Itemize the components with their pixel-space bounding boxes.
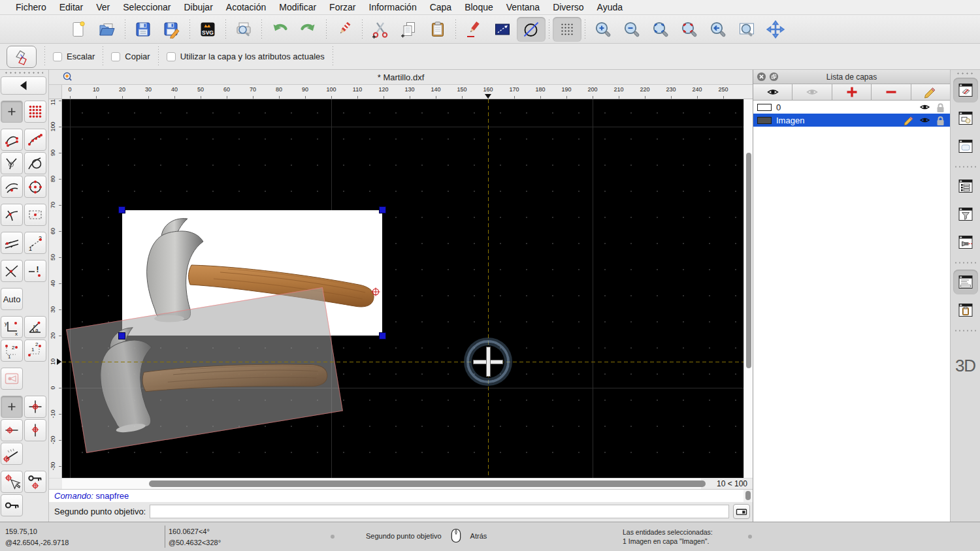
property-editor-panel-button[interactable]: [953, 174, 978, 198]
snap-auto-button[interactable]: [1, 232, 23, 254]
lock-relative-zero-button[interactable]: [24, 471, 46, 493]
save-document-button[interactable]: [129, 17, 157, 42]
coordinate-polar-button[interactable]: ra: [24, 316, 46, 338]
projection-panel-panel-button[interactable]: [953, 230, 978, 255]
layer-row-0[interactable]: 0: [753, 101, 950, 114]
restrict-off-button[interactable]: [1, 396, 23, 418]
save-document-as-button[interactable]: [157, 17, 186, 42]
layer-list-panel-button[interactable]: [953, 78, 978, 102]
block-list-panel-button[interactable]: [953, 106, 978, 131]
relative-zero-key-button[interactable]: [1, 494, 23, 516]
vertical-scrollbar[interactable]: [743, 99, 753, 478]
zoom-in-button[interactable]: [589, 17, 617, 42]
layer-lock-icon[interactable]: [935, 102, 946, 113]
svg-export-button[interactable]: SVG: [193, 17, 222, 42]
redo-button[interactable]: [294, 17, 323, 42]
relative-polar-button[interactable]: 12: [24, 339, 46, 362]
edit-pencil-button[interactable]: [459, 17, 488, 42]
auto-zoom-button[interactable]: [646, 17, 675, 42]
print-preview-button[interactable]: [229, 17, 258, 42]
drawing-canvas[interactable]: [62, 99, 743, 478]
exclusive-snap-button[interactable]: [1, 368, 23, 390]
checkbox-escalar[interactable]: Escalar: [53, 52, 95, 61]
undo-button[interactable]: [265, 17, 294, 42]
snap-auto-toggle-button[interactable]: Auto: [1, 288, 23, 310]
paste-button[interactable]: [423, 17, 452, 42]
view-panel-panel-button[interactable]: [953, 134, 978, 159]
menu-diverso[interactable]: Diverso: [546, 2, 590, 12]
vertical-scrollbar-thumb[interactable]: [746, 153, 751, 368]
restrict-horizontal-button[interactable]: [1, 419, 23, 441]
checkbox-utilizar-la-capa-y-los-atributos-actuales[interactable]: Utilizar la capa y los atributos actuale…: [167, 52, 325, 61]
layer-lock-icon[interactable]: [935, 115, 946, 126]
restrict-angle-button[interactable]: [1, 443, 23, 465]
snap-distances-button[interactable]: 12: [24, 232, 46, 254]
command-panel-toggle-button[interactable]: [733, 504, 750, 519]
horizontal-scrollbar-thumb[interactable]: [149, 480, 706, 487]
snap-grid-button[interactable]: [24, 101, 46, 123]
selection-handle-bottom-right[interactable]: [379, 332, 386, 339]
grid-toggle-button[interactable]: [553, 17, 581, 42]
snap-reference-button[interactable]: [24, 204, 46, 226]
set-relative-zero-button[interactable]: [1, 471, 23, 493]
add-layer-button[interactable]: [832, 84, 872, 100]
snap-intersection-manual-button[interactable]: !: [24, 260, 46, 282]
snap-endpoints-button[interactable]: [1, 129, 23, 151]
layer-visibility-eye-icon[interactable]: [919, 102, 930, 112]
menu-fichero[interactable]: Fichero: [9, 2, 53, 12]
edit-layer-button[interactable]: [911, 84, 950, 100]
new-document-button[interactable]: [64, 17, 93, 42]
menu-editar[interactable]: Editar: [53, 2, 90, 12]
zoom-selection-button[interactable]: [675, 17, 704, 42]
snap-free-button[interactable]: [1, 101, 23, 123]
menu-seleccionar[interactable]: Seleccionar: [116, 2, 177, 12]
menu-bloque[interactable]: Bloque: [458, 2, 500, 12]
snap-middle-button[interactable]: [1, 176, 23, 198]
snap-perpendicular-button[interactable]: [1, 152, 23, 174]
restrict-orthogonal-button[interactable]: [24, 396, 46, 418]
menu-informaci-n[interactable]: Información: [363, 2, 423, 12]
horizontal-scrollbar[interactable]: [62, 479, 701, 489]
open-document-button[interactable]: [93, 17, 122, 42]
snap-center-button[interactable]: [24, 176, 46, 198]
draft-mode-toggle-button[interactable]: [517, 17, 546, 42]
selection-handle-top-right[interactable]: [379, 206, 386, 213]
remove-layer-button[interactable]: [872, 84, 911, 100]
menu-capa[interactable]: Capa: [423, 2, 458, 12]
pan-button[interactable]: [761, 17, 790, 42]
show-current-layer-button[interactable]: [792, 84, 832, 100]
restrict-vertical-button[interactable]: [24, 419, 46, 441]
relative-cartesian-button[interactable]: 12: [1, 339, 23, 362]
checkbox-box[interactable]: [167, 52, 176, 61]
menu-forzar[interactable]: Forzar: [323, 2, 362, 12]
snap-on-entity-button[interactable]: [24, 129, 46, 151]
snap-intersection-button[interactable]: [1, 204, 23, 226]
menu-acotaci-n[interactable]: Acotación: [220, 2, 272, 12]
menu-ayuda[interactable]: Ayuda: [591, 2, 629, 12]
selection-handle-bottom-left[interactable]: [118, 332, 125, 339]
snap-tangential-button[interactable]: [24, 152, 46, 174]
checkbox-copiar[interactable]: Copiar: [111, 52, 150, 61]
coordinate-cartesian-button[interactable]: yx: [1, 316, 23, 338]
checkbox-box[interactable]: [111, 52, 120, 61]
selection-filter-panel-button[interactable]: [953, 202, 978, 227]
show-all-layers-button[interactable]: [753, 84, 792, 100]
layer-row-imagen[interactable]: Imagen: [753, 114, 950, 127]
layer-visibility-eye-icon[interactable]: [919, 116, 930, 125]
command-line-panel-button[interactable]: [953, 270, 978, 294]
menu-modificar[interactable]: Modificar: [272, 2, 323, 12]
layer-edit-pencil-icon[interactable]: [903, 114, 915, 126]
checkbox-box[interactable]: [53, 52, 62, 61]
menu-dibujar[interactable]: Dibujar: [177, 2, 219, 12]
cut-button[interactable]: [366, 17, 395, 42]
command-input[interactable]: [150, 505, 729, 518]
snap-intersection-x-button[interactable]: [1, 260, 23, 282]
previous-view-button[interactable]: [704, 17, 732, 42]
selection-handle-top-left[interactable]: [118, 206, 125, 213]
erase-button[interactable]: [330, 17, 359, 42]
modify-scale-button[interactable]: [488, 17, 517, 42]
menu-ver[interactable]: Ver: [90, 2, 116, 12]
back-button[interactable]: [1, 76, 46, 95]
menu-ventana[interactable]: Ventana: [500, 2, 546, 12]
panel-3d-button[interactable]: 3D: [955, 356, 975, 376]
